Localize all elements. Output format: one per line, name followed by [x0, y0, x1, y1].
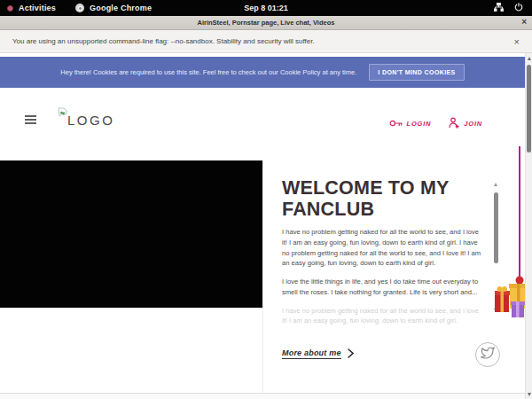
clock[interactable]: Sep 8 01:21	[0, 4, 532, 12]
broken-image-icon	[58, 106, 67, 122]
scroll-down-icon[interactable]	[528, 393, 531, 396]
gnome-top-bar: Activities Google Chrome Sep 8 01:21	[0, 0, 532, 16]
about-paragraph: I love the little things in life, and ye…	[282, 277, 486, 298]
more-about-me-link[interactable]: More about me	[282, 346, 354, 362]
gifts-decoration[interactable]	[495, 275, 528, 323]
about-scrollbar-thumb[interactable]	[494, 192, 498, 263]
cookie-accept-button[interactable]: I DON'T MIND COOKIES	[369, 64, 464, 81]
key-icon	[389, 119, 403, 129]
window-title-bar[interactable]: AirinSteel, Pornstar page, Live chat, Vi…	[0, 16, 532, 30]
chrome-infobar: You are using an unsupported command-lin…	[0, 30, 532, 53]
page-scrollbar[interactable]	[525, 53, 532, 399]
logo-alt-text: LOGO	[67, 113, 114, 128]
site-logo[interactable]: LOGO	[58, 106, 114, 128]
person-plus-icon	[449, 117, 459, 130]
window-title: AirinSteel, Pornstar page, Live chat, Vi…	[198, 19, 335, 27]
page-scrollbar-thumb[interactable]	[527, 65, 531, 153]
twitter-bird-icon	[481, 346, 495, 364]
join-label: JOIN	[464, 120, 482, 128]
infobar-message: You are using an unsupported command-lin…	[12, 37, 315, 45]
screen: Activities Google Chrome Sep 8 01:21	[0, 0, 532, 399]
power-icon[interactable]	[514, 3, 523, 13]
login-label: LOGIN	[407, 120, 432, 128]
cookie-banner: Hey there! Cookies are required to use t…	[0, 57, 525, 88]
scroll-up-icon[interactable]	[528, 57, 531, 60]
more-about-me-label: More about me	[282, 348, 341, 359]
about-paragraph-clipped: I have no problem getting naked for all …	[282, 306, 486, 327]
about-text-panel[interactable]: I have no problem getting naked for all …	[282, 227, 486, 332]
panel-divider	[262, 160, 263, 393]
about-paragraph: I have no problem getting naked for all …	[282, 227, 486, 269]
window-close-button[interactable]: ×	[521, 17, 527, 27]
login-button[interactable]: LOGIN	[389, 119, 432, 129]
auth-nav: LOGIN JOIN	[389, 117, 482, 130]
scroll-up-icon[interactable]	[494, 183, 497, 186]
chevron-right-icon	[348, 346, 354, 362]
network-icon[interactable]	[494, 3, 504, 13]
horizontal-scrollbar-track[interactable]	[0, 393, 532, 399]
join-button[interactable]: JOIN	[449, 117, 482, 130]
page-viewport: Hey there! Cookies are required to use t…	[0, 53, 532, 399]
infobar-close-icon[interactable]: ×	[514, 36, 520, 47]
hero-video[interactable]	[0, 160, 262, 308]
topbar-right	[494, 3, 532, 13]
cookie-message: Hey there! Cookies are required to use t…	[60, 68, 356, 76]
hamburger-menu-icon[interactable]	[25, 115, 36, 127]
welcome-heading: WELCOME TO MY FANCLUB	[282, 177, 504, 221]
gift-ribbon-decoration	[519, 146, 520, 278]
twitter-button[interactable]	[475, 342, 500, 367]
